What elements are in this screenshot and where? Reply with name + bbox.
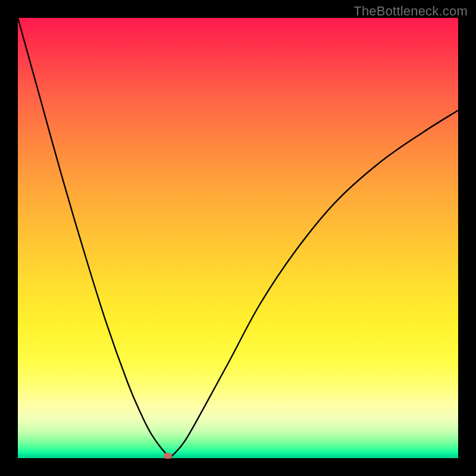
watermark-text: TheBottleneck.com bbox=[353, 4, 468, 19]
bottleneck-curve bbox=[18, 18, 458, 458]
optimal-point-marker bbox=[164, 453, 172, 459]
